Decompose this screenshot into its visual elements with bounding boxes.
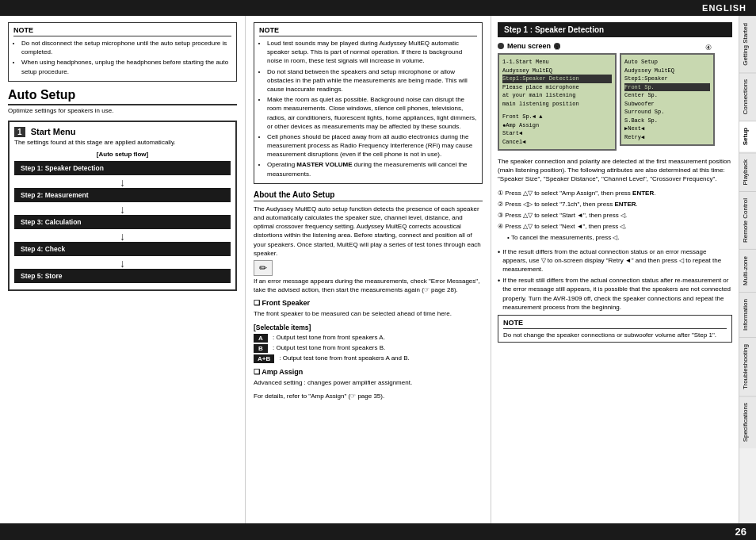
sidebar-tab-connections[interactable]: Connections (739, 72, 756, 121)
lcd2-line-7: Surround Sp. (624, 108, 710, 117)
auto-setup-title: Auto Setup (8, 88, 237, 105)
middle-note-list: Loud test sounds may be played during Au… (259, 39, 477, 178)
middle-column: NOTE Loud test sounds may be played duri… (246, 16, 491, 523)
lcd2-line-8: S.Back Sp. (624, 117, 710, 125)
step-header: Step 1 : Speaker Detection (498, 22, 732, 37)
front-speaker-text: The front speaker to be measured can be … (254, 309, 483, 318)
note-pencil-icon: ✏ (254, 260, 273, 276)
sidebar-tab-information[interactable]: Information (739, 292, 756, 337)
start-menu-header: 1 Start Menu (14, 127, 231, 136)
middle-note-title: NOTE (259, 26, 477, 36)
step-item-4: ④ Press △▽ to select "Next ◄", then pres… (498, 222, 732, 232)
middle-note-item-4: Cell phones should be placed away from a… (267, 132, 477, 159)
step-num-1: ① (498, 190, 505, 197)
selectable-row-a: A : Output test tone from front speakers… (254, 334, 483, 343)
sel-desc-b: : Output test tone from front speakers B… (273, 344, 385, 351)
about-title: About the Auto Setup (254, 190, 483, 201)
about-text: The Audyssey MultEQ auto setup function … (254, 205, 483, 258)
step-num-4: ④ (498, 223, 505, 230)
lcd-right-wrapper: ④ Auto Setup Audyssey MultEQ Step1:Speak… (620, 53, 715, 146)
menu-screen-label: Menu screen (498, 42, 732, 50)
sidebar-tab-multi-zone[interactable]: Multi-zone (739, 249, 756, 292)
flow-step-2: Step 2: Measurement (14, 188, 231, 202)
sidebar-tab-remote-control[interactable]: Remote Control (739, 191, 756, 249)
middle-note-item-1: Loud test sounds may be played during Au… (267, 39, 477, 66)
bullet-item-1: • If the result differs from the actual … (498, 247, 732, 274)
sidebar-tab-specifications[interactable]: Specifications (739, 396, 756, 448)
sel-desc-ab: : Output test tone from front speakers A… (279, 354, 410, 362)
sel-key-ab: A+B (254, 354, 274, 363)
sidebar-tab-troubleshooting[interactable]: Troubleshooting (739, 337, 756, 396)
amp-assign-text: Advanced setting : changes power amplifi… (254, 378, 483, 387)
lcd1-line-3: Step1:Speaker Detection (502, 75, 612, 83)
right-sidebar: Getting Started Connections Setup Playba… (739, 16, 756, 523)
lcd-left-wrapper: ① 1-1.Start Menu Audyssey MultEQ Step1:S… (498, 53, 617, 151)
flow-step-1: Step 1: Speaker Detection (14, 161, 231, 175)
lcd2-line-9: ▶Next◀ (624, 124, 710, 133)
lcd2-line-6: Subwoofer (624, 100, 710, 109)
step-item-2: ② Press ◁▷ to select "7.1ch", then press… (498, 200, 732, 209)
detection-text: The speaker connection and polarity are … (498, 157, 732, 184)
left-note-title: NOTE (13, 26, 231, 36)
sidebar-tab-setup[interactable]: Setup (739, 121, 756, 151)
flow-arrow-4: ↓ (14, 258, 231, 269)
lcd2-line-1: Auto Setup (624, 58, 710, 67)
right-column: Step 1 : Speaker Detection Menu screen ①… (491, 16, 739, 523)
callout-1: ① (554, 44, 560, 52)
note-icon-container: ✏ (254, 262, 483, 274)
step-num-2: ② (498, 201, 505, 208)
step-num-3: ③ (498, 212, 505, 219)
selectable-row-b: B : Output test tone from front speakers… (254, 344, 483, 353)
step-item-3: ③ Press △▽ to select "Start ◄", then pre… (498, 211, 732, 220)
sel-desc-a: : Output test tone from front speakers A… (273, 334, 385, 341)
top-banner: ENGLISH (0, 0, 756, 16)
right-note-title: NOTE (503, 319, 727, 329)
lcd-screen-2: Auto Setup Audyssey MultEQ Step1:Speaker… (620, 53, 715, 146)
start-menu-desc: The settings found at this stage are app… (14, 139, 231, 146)
callout-4: ④ (705, 44, 712, 52)
front-speaker-title: ❑ Front Speaker (254, 299, 483, 307)
lcd-container: ① 1-1.Start Menu Audyssey MultEQ Step1:S… (498, 53, 732, 151)
amp-assign-title: ❑ Amp Assign (254, 368, 483, 376)
bullet-icon-2: • (498, 276, 500, 286)
page-footer: 26 (0, 523, 756, 540)
sel-key-a: A (254, 334, 268, 343)
bullet-item-2: • If the result still differs from the a… (498, 276, 732, 312)
lcd2-line-3: Step1:Speaker (624, 75, 710, 83)
flow-label: [Auto setup flow] (14, 151, 231, 158)
front-speaker-section: ❑ Front Speaker The front speaker to be … (254, 299, 483, 362)
menu-screen-text: Menu screen (507, 42, 551, 50)
start-menu-num: 1 (14, 127, 25, 137)
selectable-row-ab: A+B : Output test tone from front speake… (254, 354, 483, 363)
flow-arrow-2: ↓ (14, 204, 231, 215)
selectable-title: [Selectable items] (254, 324, 483, 331)
start-menu-title: Start Menu (31, 127, 76, 136)
about-section: About the Auto Setup The Audyssey MultEQ… (254, 190, 483, 258)
bullet-items: • If the result differs from the actual … (498, 247, 732, 312)
sidebar-tab-playback[interactable]: Playback (739, 152, 756, 191)
sidebar-tab-getting-started[interactable]: Getting Started (739, 16, 756, 72)
auto-setup-section: Auto Setup Optimize settings for speaker… (8, 88, 237, 291)
start-menu-box: 1 Start Menu The settings found at this … (8, 121, 237, 291)
lcd2-line-5: Center Sp. (624, 91, 710, 100)
lcd2-line-4: Front Sp. (624, 83, 710, 92)
right-note-box: NOTE Do not change the speaker connectio… (498, 315, 732, 343)
step-title: Step 1 : Speaker Detection (504, 25, 604, 34)
lcd1-line-10: Cancel◄ (502, 138, 612, 147)
lcd1-line-1: 1-1.Start Menu (502, 58, 612, 67)
lcd1-line-7: Front Sp.◄ ▲ (502, 113, 612, 121)
amp-assign-section: ❑ Amp Assign Advanced setting : changes … (254, 368, 483, 400)
left-note-box: NOTE Do not disconnect the setup microph… (8, 22, 237, 82)
lcd1-line-6: main listening position (502, 100, 612, 109)
lcd1-line-4: Please place microphone (502, 83, 612, 92)
lcd1-line-9: Start◄ (502, 129, 612, 138)
lcd-screen-1: 1-1.Start Menu Audyssey MultEQ Step1:Spe… (498, 53, 617, 151)
sel-key-b: B (254, 344, 268, 353)
middle-note-item-5: Operating MASTER VOLUME during the measu… (267, 160, 477, 178)
auto-setup-subtitle: Optimize settings for speakers in use. (8, 107, 237, 114)
left-column: NOTE Do not disconnect the setup microph… (0, 16, 246, 523)
left-note-list: Do not disconnect the setup microphone u… (13, 39, 231, 76)
lcd1-line-2: Audyssey MultEQ (502, 67, 612, 75)
page-number: 26 (735, 526, 746, 538)
left-note-item-2: When using headphones, unplug the headph… (21, 58, 231, 75)
